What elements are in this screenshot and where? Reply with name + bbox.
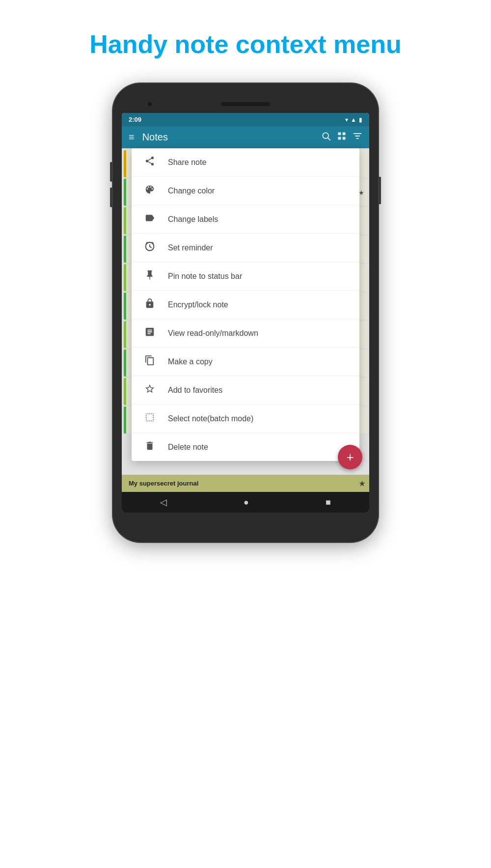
- menu-item-set-reminder[interactable]: Set reminder: [132, 234, 359, 262]
- svg-rect-5: [343, 137, 346, 140]
- menu-item-encrypt-note[interactable]: Encrypt/lock note: [132, 291, 359, 319]
- menu-item-share-note[interactable]: Share note: [132, 148, 359, 177]
- speaker: [221, 102, 270, 106]
- signal-icon: ▲: [351, 116, 356, 123]
- menu-item-view-readonly-label: View read-only/markdown: [168, 329, 258, 338]
- status-icons: ▾ ▲ ▮: [345, 116, 362, 123]
- svg-line-1: [328, 138, 330, 140]
- bottom-note-star-icon: ★: [359, 480, 365, 488]
- menu-item-add-favorites[interactable]: Add to favorites: [132, 376, 359, 405]
- camera: [146, 101, 153, 108]
- volume-up-button: [110, 162, 112, 182]
- menu-item-select-batch-label: Select note(batch mode): [168, 414, 253, 423]
- phone-chin: [122, 518, 369, 528]
- status-bar: 2:09 ▾ ▲ ▮: [122, 113, 369, 126]
- battery-icon: ▮: [359, 116, 362, 123]
- delete-icon: [143, 440, 156, 454]
- home-button[interactable]: ●: [244, 497, 249, 508]
- menu-item-share-note-label: Share note: [168, 158, 206, 167]
- menu-item-view-readonly[interactable]: View read-only/markdown: [132, 319, 359, 348]
- phone-notch: [122, 97, 369, 113]
- menu-item-delete-note[interactable]: Delete note: [132, 433, 359, 461]
- fab-plus-icon: +: [346, 450, 354, 465]
- pin-icon: [143, 270, 156, 283]
- select-icon: [143, 412, 156, 425]
- star-icon: [143, 383, 156, 397]
- menu-item-delete-note-label: Delete note: [168, 443, 208, 452]
- palette-icon: [143, 184, 156, 197]
- app-title: Notes: [142, 132, 315, 143]
- menu-item-make-copy[interactable]: Make a copy: [132, 348, 359, 376]
- phone-screen: 2:09 ▾ ▲ ▮ ≡ Notes: [122, 113, 369, 513]
- svg-rect-2: [338, 133, 341, 136]
- phone-frame: 2:09 ▾ ▲ ▮ ≡ Notes: [113, 83, 378, 542]
- lock-icon: [143, 298, 156, 311]
- article-icon: [143, 326, 156, 340]
- wifi-icon: ▾: [345, 116, 348, 123]
- alarm-icon: [143, 241, 156, 254]
- svg-rect-3: [343, 133, 346, 136]
- copy-icon: [143, 355, 156, 368]
- menu-item-change-color-label: Change color: [168, 187, 215, 195]
- bottom-note-content: My supersecret journal ★: [122, 475, 369, 492]
- fab-add-button[interactable]: +: [338, 445, 362, 469]
- bottom-note: My supersecret journal ★: [122, 475, 369, 492]
- hamburger-menu-icon[interactable]: ≡: [129, 132, 135, 143]
- menu-item-change-color[interactable]: Change color: [132, 177, 359, 205]
- recent-apps-button[interactable]: ■: [326, 497, 331, 508]
- menu-item-change-labels-label: Change labels: [168, 215, 218, 224]
- notes-background: ★: [122, 148, 369, 492]
- label-icon: [143, 213, 156, 226]
- android-nav-bar: ◁ ● ■: [122, 492, 369, 513]
- share-icon: [143, 156, 156, 169]
- menu-item-encrypt-note-label: Encrypt/lock note: [168, 300, 228, 309]
- page-title: Handy note context menu: [70, 29, 421, 59]
- menu-item-add-favorites-label: Add to favorites: [168, 386, 222, 395]
- svg-rect-4: [338, 137, 341, 140]
- power-button: [379, 177, 381, 204]
- grid-view-icon[interactable]: [337, 131, 347, 143]
- search-icon[interactable]: [321, 131, 331, 143]
- menu-item-make-copy-label: Make a copy: [168, 357, 213, 366]
- menu-item-change-labels[interactable]: Change labels: [132, 205, 359, 234]
- status-time: 2:09: [129, 116, 141, 123]
- back-button[interactable]: ◁: [160, 497, 167, 508]
- app-toolbar: ≡ Notes: [122, 126, 369, 148]
- filter-icon[interactable]: [353, 131, 362, 143]
- menu-item-pin-note-label: Pin note to status bar: [168, 272, 242, 281]
- volume-down-button: [110, 188, 112, 207]
- menu-item-set-reminder-label: Set reminder: [168, 244, 213, 252]
- bottom-note-title: My supersecret journal: [129, 480, 198, 487]
- menu-item-select-batch[interactable]: Select note(batch mode): [132, 405, 359, 433]
- menu-item-pin-note[interactable]: Pin note to status bar: [132, 262, 359, 291]
- context-menu: Share note Change color: [132, 148, 359, 461]
